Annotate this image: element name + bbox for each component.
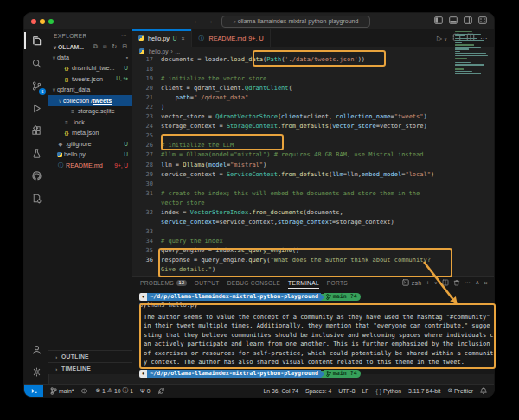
run-debug-view-icon[interactable] bbox=[24, 97, 48, 119]
source-control-view-icon[interactable]: 5 bbox=[24, 74, 48, 97]
tree-item-readme.md[interactable]: ⓘREADME.md9+, U bbox=[48, 160, 132, 171]
code-line: 17documents = loader.load_data(Path('./d… bbox=[132, 55, 494, 65]
code-line: vector store bbox=[132, 199, 494, 208]
toggle-sidebar-icon[interactable] bbox=[434, 16, 443, 24]
problems-status[interactable]: ⊗1 ⚠10 ⓘ1 bbox=[95, 386, 133, 395]
file-tree: ∨data▪{}dnsmichi_twe...U{}tweets.jsonU, … bbox=[48, 52, 132, 171]
prompt-git-branch: main ?4 bbox=[324, 293, 361, 301]
forward-icon[interactable]: → bbox=[206, 16, 219, 25]
panel-tab-terminal[interactable]: TERMINAL bbox=[288, 277, 319, 289]
prompt-path: ~/d/p/ollama-llamaindex-mixtral-python-p… bbox=[147, 293, 321, 301]
python-file-icon bbox=[139, 48, 144, 54]
search-view-icon[interactable] bbox=[24, 52, 48, 74]
minimap[interactable] bbox=[455, 31, 491, 75]
code-line: 31# create the index; this will embed th… bbox=[132, 189, 494, 199]
code-line: 20client = qdrant_client.QdrantClient( bbox=[132, 84, 494, 93]
terminal-dropdown-icon[interactable]: ∨ bbox=[434, 280, 438, 285]
toggle-secondary-sidebar-icon[interactable] bbox=[464, 16, 472, 24]
tree-item-dnsmichi-twe...[interactable]: {}dnsmichi_twe...U bbox=[48, 63, 132, 74]
close-window-button[interactable] bbox=[31, 19, 36, 24]
tab-readme-md[interactable]: ⓘ README.md 9+, U bbox=[192, 29, 271, 47]
explorer-view-icon[interactable] bbox=[24, 29, 48, 52]
code-line: 36response = query_engine.query("What do… bbox=[132, 256, 494, 265]
git-branch-status[interactable]: main* bbox=[50, 387, 74, 395]
git-status-badge: U bbox=[124, 151, 132, 157]
terminal[interactable]: ●~/d/p/ollama-llamaindex-mixtral-python-… bbox=[132, 289, 494, 374]
maximize-panel-icon[interactable]: ∧ bbox=[475, 279, 479, 286]
code-line: Give details.") bbox=[132, 265, 494, 275]
tree-item-meta.json[interactable]: {}meta.json bbox=[48, 128, 132, 139]
command-center-search[interactable]: ⌕ ollama-llamaindex-mixtral-python-playg… bbox=[221, 16, 370, 28]
formatter-status[interactable]: ⊘Prettier bbox=[447, 387, 473, 394]
code-editor[interactable]: 17documents = loader.load_data(Path('./d… bbox=[132, 55, 494, 276]
maximize-window-button[interactable] bbox=[48, 19, 54, 24]
remote-indicator[interactable] bbox=[24, 385, 43, 397]
close-tab-icon[interactable]: × bbox=[181, 35, 184, 41]
notifications-bell-icon[interactable] bbox=[480, 387, 487, 395]
tree-item-hello.py[interactable]: hello.pyU bbox=[48, 150, 132, 161]
tree-item-tweets[interactable]: ∨collection / tweets bbox=[48, 95, 132, 106]
info-icon: ⓘ bbox=[57, 162, 64, 169]
tree-item-data[interactable]: ∨data▪ bbox=[48, 52, 132, 63]
panel-tab-debug-console[interactable]: DEBUG CONSOLE bbox=[227, 277, 280, 289]
panel-tab-problems[interactable]: PROBLEMS12 bbox=[140, 277, 187, 289]
new-terminal-icon[interactable]: + bbox=[426, 280, 430, 286]
split-terminal-icon[interactable] bbox=[442, 279, 449, 287]
eol[interactable]: LF bbox=[362, 388, 369, 394]
info-icon: ⓘ bbox=[198, 35, 205, 42]
run-python-file-button[interactable]: ▷ ∨ bbox=[437, 35, 447, 42]
tab-hello-py[interactable]: hello.py U × bbox=[132, 29, 192, 47]
workspace-section-header[interactable]: ∨ OLLAM... ⧉ ⧇ ↻ ⊟ bbox=[48, 41, 132, 52]
workspace-name: OLLAM... bbox=[58, 44, 84, 50]
code-line: service_context=service_context,storage_… bbox=[132, 218, 494, 227]
code-line: 19# initialize the vector store bbox=[132, 74, 494, 84]
panel-tab-output[interactable]: OUTPUT bbox=[195, 277, 220, 289]
database-file-icon: ≡ bbox=[63, 119, 70, 125]
testing-view-icon[interactable] bbox=[24, 142, 48, 164]
titlebar: ←→ ⌕ ollama-llamaindex-mixtral-python-pl… bbox=[24, 13, 494, 30]
ports-status[interactable]: Ψ0 bbox=[140, 388, 150, 394]
tree-item-.lock[interactable]: ≡.lock bbox=[48, 117, 132, 128]
terminal-command: python3 hello.py bbox=[139, 302, 494, 309]
remote-explorer-view-icon[interactable] bbox=[24, 187, 48, 209]
json-file-icon: {} bbox=[63, 65, 70, 71]
bottom-panel: PROBLEMS12 OUTPUT DEBUG CONSOLE TERMINAL… bbox=[132, 276, 494, 374]
history-nav: ←→ bbox=[193, 16, 219, 25]
extensions-view-icon[interactable] bbox=[24, 119, 48, 142]
problems-count-badge: 12 bbox=[176, 280, 187, 286]
terminal-output: The author seems to value the concept of… bbox=[144, 313, 494, 367]
panel-tab-ports[interactable]: PORTS bbox=[327, 277, 348, 289]
tree-item-.gitignore[interactable]: ◆.gitignoreU bbox=[48, 138, 132, 150]
github-view-icon[interactable] bbox=[24, 164, 48, 187]
explorer-actions[interactable]: ⧉ ⧇ ↻ ⊟ bbox=[93, 43, 129, 50]
cursor-position[interactable]: Ln 36, Col 74 bbox=[264, 388, 298, 394]
language-mode[interactable]: { }Python bbox=[375, 388, 401, 394]
tree-item-qdrant-data[interactable]: ∨qdrant_data bbox=[48, 85, 132, 96]
tree-item-storage.sqlite[interactable]: ≡storage.sqlite bbox=[48, 106, 132, 118]
toggle-panel-icon[interactable] bbox=[449, 16, 458, 24]
git-status-badge: U bbox=[124, 141, 132, 147]
status-bar: main* ⊗1 ⚠10 ⓘ1 Ψ0 Ln 36, Col 74 Spaces:… bbox=[24, 384, 494, 397]
json-file-icon: {} bbox=[63, 130, 70, 136]
indentation[interactable]: Spaces: 4 bbox=[305, 388, 331, 394]
code-line: 27#llm = Ollama(model="mixtral") # requi… bbox=[132, 150, 494, 160]
python-interpreter[interactable]: 3.11.7 64-bit bbox=[408, 388, 440, 394]
back-icon[interactable]: ← bbox=[193, 16, 206, 25]
customize-layout-icon[interactable] bbox=[478, 16, 487, 24]
explorer-more-icon[interactable]: ⋯ bbox=[121, 32, 127, 39]
minimize-window-button[interactable] bbox=[40, 19, 45, 24]
panel-more-icon[interactable]: ⋯ bbox=[465, 279, 471, 286]
code-line: 28llm = Ollama(model="mistral") bbox=[132, 161, 494, 170]
settings-gear-icon[interactable] bbox=[24, 360, 48, 383]
git-fetch-icon[interactable] bbox=[157, 387, 165, 395]
shell-selector[interactable]: zsh bbox=[402, 279, 421, 286]
breadcrumb[interactable]: hello.py › ... bbox=[132, 47, 494, 55]
tree-item-tweets.json[interactable]: {}tweets.jsonU, ↪ bbox=[48, 73, 132, 85]
timeline-section[interactable]: ›TIMELINE bbox=[48, 362, 132, 374]
gitlens-eye-icon[interactable] bbox=[80, 388, 88, 394]
accounts-icon[interactable] bbox=[24, 338, 48, 360]
outline-section[interactable]: ›OUTLINE bbox=[48, 350, 132, 362]
encoding[interactable]: UTF-8 bbox=[338, 388, 355, 394]
close-panel-icon[interactable]: × bbox=[484, 280, 488, 286]
kill-terminal-icon[interactable] bbox=[453, 279, 460, 287]
